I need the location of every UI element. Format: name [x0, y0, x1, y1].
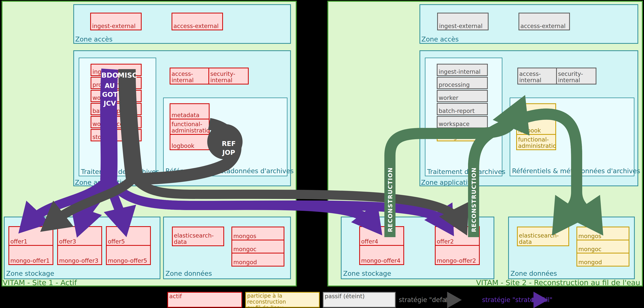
- site1-node-mongo-offer5: mongo-offer5: [106, 245, 151, 265]
- node-label: metadata: [518, 112, 546, 118]
- node-label: batch-report: [439, 108, 474, 114]
- site1-node-mongo-offer1: mongo-offer1: [8, 245, 53, 265]
- site1-node-mongod: mongod: [232, 253, 284, 266]
- site1-node-metadata: metadata: [170, 103, 210, 119]
- site2-node-ingest-internal: ingest-internal: [437, 64, 488, 76]
- legend-passif-label: passif (éteint): [325, 293, 364, 299]
- site2-node-offer2: offer2: [435, 226, 480, 246]
- legend-actif: actif: [167, 292, 242, 307]
- site1-zone-stockage-label: Zone stockage: [6, 270, 54, 277]
- node-label: functional-administration: [172, 121, 210, 134]
- node-label: mongoc: [233, 246, 256, 252]
- site2-node-access-external: access-external: [518, 13, 570, 30]
- site1-node-offer5: offer5: [106, 226, 151, 246]
- site2-node-mongos: mongos: [576, 227, 630, 240]
- node-label: storage: [439, 134, 460, 140]
- site2-node-mongoc: mongoc: [576, 240, 630, 253]
- site1-node-access-external: access-external: [172, 13, 223, 30]
- site1-node-elasticsearch-data: elasticsearch-data: [172, 227, 224, 246]
- site1-node-security-internal: security-internal: [208, 68, 249, 85]
- legend-actif-label: actif: [169, 293, 182, 299]
- site2-zone-applicative-label: Zone applicative: [421, 179, 476, 186]
- node-label: mongo-offer3: [59, 257, 98, 264]
- site2-node-storage: storage: [437, 129, 488, 141]
- node-label: worker: [439, 95, 458, 101]
- node-label: access-external: [520, 23, 566, 29]
- site1-node-storage: storage: [90, 129, 142, 141]
- site2-node-mongo-offer4: mongo-offer4: [359, 245, 404, 265]
- site2-node-ingest-external: ingest-external: [437, 13, 488, 30]
- node-label: offer3: [59, 238, 76, 245]
- node-label: ingest-internal: [439, 69, 480, 75]
- site2-node-workspace: workspace: [437, 116, 488, 128]
- site2-referentiels-label: Référentiels & métadonnées d'archives: [512, 167, 640, 175]
- site2-zone-donnees-label: Zone données: [510, 270, 557, 277]
- site1-node-offer3: offer3: [57, 226, 102, 246]
- site1-node-batch-report: batch-report: [90, 103, 142, 115]
- site2-zone-stockage-label: Zone stockage: [343, 270, 391, 277]
- node-label: access-external: [174, 23, 218, 29]
- site1-zone-applicative-label: Zone applicative: [75, 179, 129, 186]
- site1-zone-donnees-label: Zone données: [166, 270, 212, 277]
- vitam-architecture-diagram: ingest-external access-external Zone acc…: [0, 0, 644, 308]
- node-label: worker: [92, 95, 112, 101]
- node-label: security-internal: [558, 71, 594, 83]
- site1-node-mongos: mongos: [232, 227, 284, 240]
- node-label: mongoc: [578, 246, 602, 252]
- node-label: ingest-internal: [92, 69, 134, 75]
- site1-node-processing: processing: [90, 77, 142, 89]
- node-label: elasticsearch-data: [519, 232, 567, 245]
- node-label: storage: [92, 134, 114, 140]
- site2-node-functional-administration: functional-administration: [516, 134, 556, 150]
- site2-node-batch-report: batch-report: [437, 103, 488, 115]
- site2-node-logbook: logbook: [516, 119, 556, 135]
- site1-node-offer1: offer1: [8, 226, 53, 246]
- node-label: access-internal: [519, 71, 555, 83]
- node-label: offer5: [108, 238, 125, 245]
- site2-node-access-internal: access-internal: [517, 68, 557, 85]
- site1-node-workspace: workspace: [90, 116, 142, 128]
- legend-participe: participe à la reconstructionau fil de l…: [245, 292, 320, 307]
- node-label: mongo-offer2: [437, 257, 476, 264]
- site1-node-mongoc: mongoc: [232, 240, 284, 253]
- site2-node-elasticsearch-data: elasticsearch-data: [517, 227, 569, 246]
- node-label: workspace: [439, 121, 470, 127]
- site2-zone-acces-label: Zone accès: [422, 35, 459, 43]
- node-label: logbook: [518, 127, 541, 134]
- legend-participe-label: participe à la reconstructionau fil de l…: [247, 293, 318, 307]
- node-label: mongos: [233, 233, 256, 239]
- node-label: mongo-offer5: [108, 257, 147, 264]
- site1-title: VITAM - Site 1 - Actif: [3, 278, 77, 287]
- site2-title: VITAM - Site 2 - Reconstruction au fil d…: [476, 278, 640, 287]
- legend-strategy-default-label: stratégie "default": [399, 296, 457, 303]
- legend-participe-line2: au fil de l'eau: [247, 304, 284, 307]
- node-label: metadata: [172, 112, 200, 118]
- node-label: offer1: [10, 238, 28, 245]
- site1-node-logbook: logbook: [170, 134, 210, 150]
- node-label: mongod: [578, 259, 602, 265]
- site2-node-metadata: metadata: [516, 103, 556, 119]
- site1-node-functional-administration: functional-administration: [170, 119, 210, 135]
- node-label: workspace: [92, 121, 124, 127]
- node-label: ingest-external: [439, 23, 482, 29]
- legend-passif: passif (éteint): [323, 292, 396, 307]
- node-label: security-internal: [210, 71, 247, 83]
- site2-traitement-label: Traitement des archives: [427, 168, 506, 175]
- node-label: mongo-offer4: [361, 257, 400, 264]
- site1-node-mongo-offer3: mongo-offer3: [57, 245, 102, 265]
- site1-referentiels-label: Référentiels & métadonnées d'archives: [166, 167, 294, 175]
- site2-node-processing: processing: [437, 77, 488, 89]
- site1-traitement-label: Traitement des archives: [81, 168, 159, 175]
- node-label: mongos: [578, 233, 602, 239]
- site1-node-access-internal: access-internal: [170, 68, 209, 85]
- site1-zone-acces-label: Zone accès: [75, 35, 112, 43]
- node-label: processing: [439, 82, 470, 88]
- site1-node-ingest-external: ingest-external: [90, 13, 142, 30]
- site1-node-ingest-internal: ingest-internal: [90, 64, 142, 76]
- site2-node-mongod: mongod: [576, 253, 630, 266]
- site2-node-worker: worker: [437, 90, 488, 102]
- legend-strategy-all-label: stratégie "strategyAll": [482, 296, 552, 303]
- node-label: offer4: [361, 238, 378, 245]
- site1-node-worker: worker: [90, 90, 142, 102]
- node-label: offer2: [437, 238, 454, 245]
